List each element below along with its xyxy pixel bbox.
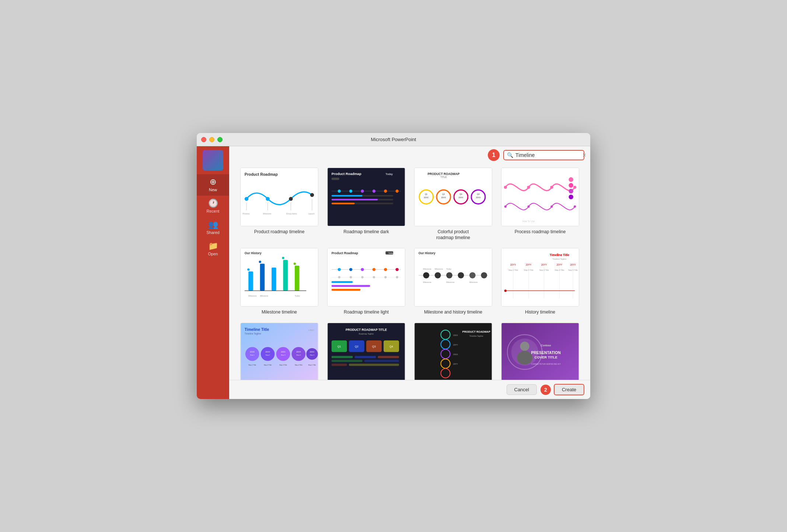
svg-text:Step 3: Step 3 bbox=[281, 354, 286, 356]
svg-text:LOGO: LOGO bbox=[308, 329, 314, 331]
svg-text:Group Items: Group Items bbox=[286, 213, 297, 215]
svg-text:20YY: 20YY bbox=[510, 263, 516, 266]
templates-area[interactable]: Product Roadmap Process bbox=[229, 164, 590, 380]
minimize-button[interactable] bbox=[209, 137, 214, 142]
svg-text:Step 1 Title: Step 1 Title bbox=[248, 364, 256, 366]
svg-point-105 bbox=[458, 272, 464, 279]
template-thumb-process[interactable]: How To Use bbox=[501, 168, 579, 226]
svg-rect-97 bbox=[332, 285, 370, 287]
svg-point-22 bbox=[372, 190, 375, 193]
template-item[interactable]: Our History Milestone bbox=[414, 248, 492, 315]
svg-point-84 bbox=[349, 268, 352, 271]
search-clear-icon[interactable]: ✕ bbox=[582, 152, 587, 158]
sidebar-label-new: New bbox=[209, 188, 217, 192]
svg-point-91 bbox=[350, 276, 352, 279]
template-item[interactable]: Our History Milestone Milestone bbox=[240, 248, 318, 315]
cancel-button[interactable]: Cancel bbox=[507, 384, 537, 395]
svg-point-21 bbox=[361, 190, 364, 193]
template-item[interactable]: PRODUCT ROADMAP TITLE Q1 20XX Q2 20XX bbox=[414, 168, 492, 241]
svg-text:Q4: Q4 bbox=[477, 193, 480, 195]
svg-text:Q3: Q3 bbox=[459, 193, 462, 195]
svg-point-3 bbox=[266, 197, 269, 201]
svg-point-74 bbox=[247, 269, 249, 271]
svg-rect-30 bbox=[332, 203, 355, 204]
search-input[interactable] bbox=[515, 152, 580, 158]
close-button[interactable] bbox=[201, 137, 206, 142]
svg-text:Milestone: Milestone bbox=[446, 281, 454, 283]
template-item[interactable]: Product Roadmap Today bbox=[327, 168, 405, 241]
svg-text:Our History: Our History bbox=[419, 251, 436, 255]
svg-text:Milestone: Milestone bbox=[248, 295, 256, 297]
svg-text:Step 2: Step 2 bbox=[266, 354, 270, 356]
template-thumb-history[interactable]: Timeline Title Timeline Tagline 20YY 20Y… bbox=[501, 248, 579, 307]
step-2-badge: 2 bbox=[541, 385, 551, 395]
svg-text:PRODUCT ROADMAP: PRODUCT ROADMAP bbox=[462, 330, 490, 333]
template-thumb-quarterly[interactable]: PRODUCT ROADMAP TITLE Roadmap Tagline Q1… bbox=[327, 323, 405, 380]
svg-point-83 bbox=[338, 268, 341, 271]
open-icon: 📁 bbox=[208, 242, 218, 250]
traffic-lights bbox=[201, 137, 223, 142]
sidebar-item-shared[interactable]: 👥 Shared bbox=[197, 217, 229, 238]
svg-text:Timeline Tagline: Timeline Tagline bbox=[469, 335, 483, 337]
template-label: Process roadmap timeline bbox=[515, 229, 566, 235]
template-item[interactable]: How To Use Process roadmap timeline bbox=[501, 168, 579, 241]
svg-text:Process: Process bbox=[243, 213, 250, 215]
template-item[interactable]: Product Roadmap Process bbox=[240, 168, 318, 241]
sidebar-item-new[interactable]: ⊕ New bbox=[197, 174, 229, 196]
template-thumb-colorful[interactable]: PRODUCT ROADMAP TITLE Q1 20XX Q2 20XX bbox=[414, 168, 492, 226]
svg-rect-175 bbox=[349, 364, 399, 366]
svg-point-77 bbox=[294, 263, 296, 265]
svg-rect-14 bbox=[328, 168, 405, 226]
template-thumb-dark[interactable]: Product Roadmap Today bbox=[327, 168, 405, 226]
svg-text:Step 1 Title: Step 1 Title bbox=[508, 269, 518, 271]
create-button[interactable]: Create bbox=[554, 384, 584, 395]
template-thumb-rose[interactable]: Contoso PRESENTATION COVER TITLE CONSECT… bbox=[501, 323, 579, 380]
template-thumb-milestone-history[interactable]: Our History Milestone bbox=[414, 248, 492, 307]
template-thumb-roadmap-light[interactable]: Product Roadmap Today bbox=[327, 248, 405, 307]
svg-point-87 bbox=[384, 268, 387, 271]
create-button-wrap: 2 Create bbox=[541, 384, 584, 395]
svg-point-56 bbox=[550, 206, 553, 208]
svg-text:20XX: 20XX bbox=[459, 196, 464, 199]
svg-text:20XX: 20XX bbox=[296, 350, 301, 353]
svg-point-51 bbox=[527, 186, 530, 189]
svg-rect-98 bbox=[332, 289, 361, 291]
svg-text:Today: Today bbox=[295, 295, 300, 297]
svg-text:Q4: Q4 bbox=[389, 345, 393, 348]
svg-text:Q1: Q1 bbox=[425, 193, 427, 195]
template-label: Product roadmap timeline bbox=[254, 229, 305, 235]
svg-text:Step 4 Title: Step 4 Title bbox=[295, 364, 303, 366]
svg-point-24 bbox=[396, 190, 399, 193]
template-thumb-product-roadmap[interactable]: Product Roadmap Process bbox=[240, 168, 318, 226]
search-box: 🔍 ✕ bbox=[503, 150, 584, 160]
svg-point-23 bbox=[384, 190, 387, 193]
svg-text:PRODUCT ROADMAP: PRODUCT ROADMAP bbox=[427, 172, 459, 176]
svg-text:Timeline Tagline: Timeline Tagline bbox=[245, 332, 261, 335]
svg-point-95 bbox=[396, 276, 398, 279]
template-item[interactable]: PRODUCT ROADMAP Timeline Tagline bbox=[414, 323, 492, 380]
window-title: Microsoft PowerPoint bbox=[371, 137, 416, 142]
maximize-button[interactable] bbox=[217, 137, 223, 142]
step-1-badge: 1 bbox=[488, 149, 500, 161]
svg-text:Q2: Q2 bbox=[355, 345, 358, 348]
template-thumb-milestone[interactable]: Our History Milestone Milestone bbox=[240, 248, 318, 307]
template-thumb-gradient[interactable]: Timeline Title Timeline Tagline LOGO 20X… bbox=[240, 323, 318, 380]
template-item[interactable]: Timeline Title Timeline Tagline LOGO 20X… bbox=[240, 323, 318, 380]
sidebar-label-open: Open bbox=[208, 252, 218, 256]
template-label: Milestone timeline bbox=[262, 309, 297, 315]
template-item[interactable]: PRODUCT ROADMAP TITLE Roadmap Tagline Q1… bbox=[327, 323, 405, 380]
svg-text:Timeline Tagline: Timeline Tagline bbox=[553, 258, 567, 260]
template-thumb-infographics[interactable]: PRODUCT ROADMAP Timeline Tagline bbox=[414, 323, 492, 380]
template-item[interactable]: Timeline Title Timeline Tagline 20YY 20Y… bbox=[501, 248, 579, 315]
svg-text:20XX: 20XX bbox=[250, 350, 255, 353]
template-item[interactable]: Contoso PRESENTATION COVER TITLE CONSECT… bbox=[501, 323, 579, 380]
svg-text:20XX: 20XX bbox=[265, 350, 270, 353]
template-item[interactable]: Product Roadmap Today bbox=[327, 248, 405, 315]
sidebar-item-recent[interactable]: 🕐 Recent bbox=[197, 196, 229, 217]
svg-text:Milestone: Milestone bbox=[435, 268, 443, 270]
svg-point-94 bbox=[384, 276, 386, 279]
svg-point-90 bbox=[338, 276, 340, 279]
sidebar-item-open[interactable]: 📁 Open bbox=[197, 238, 229, 260]
search-icon: 🔍 bbox=[507, 152, 513, 158]
svg-text:20XX: 20XX bbox=[281, 350, 286, 353]
